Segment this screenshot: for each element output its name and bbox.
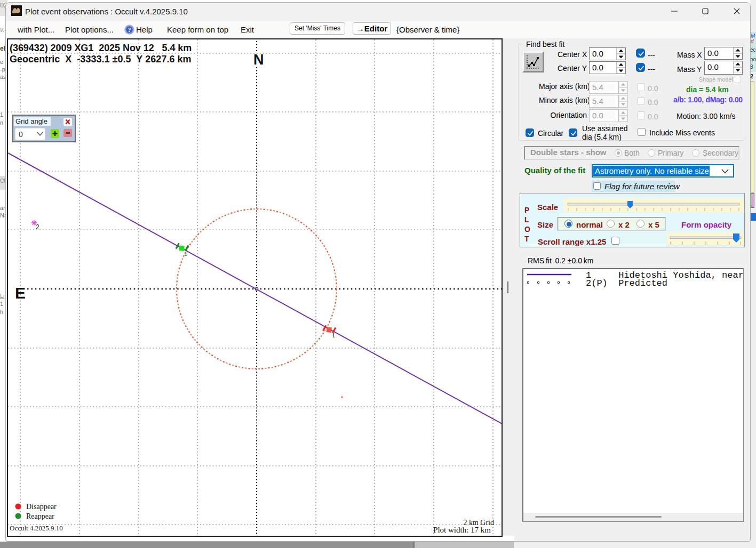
svg-text:Geocentric X -3333.1 ±0.5 Y: Geocentric X -3333.1 ±0.5 Y 2627.6 km [10,54,192,65]
svg-text:2(P) Predicted: 2(P) Predicted [586,278,667,288]
svg-text:?: ? [128,26,131,34]
svg-text:1: 1 [184,249,188,257]
svg-text:Plot width: 17 km: Plot width: 17 km [433,526,491,534]
svg-text:2: 2 [36,223,39,231]
svg-text:Occult 4.2025.9.10: Occult 4.2025.9.10 [10,524,63,532]
svg-text:Disappear: Disappear [26,503,57,511]
svg-text:Reappear: Reappear [26,512,54,520]
svg-text:1: 1 [332,331,336,339]
svg-text:E: E [15,284,26,302]
svg-text:(369432) 2009 XG1 2025 Nov 12: (369432) 2009 XG1 2025 Nov 12 5.4 km [10,43,192,53]
svg-text:N: N [253,52,264,68]
